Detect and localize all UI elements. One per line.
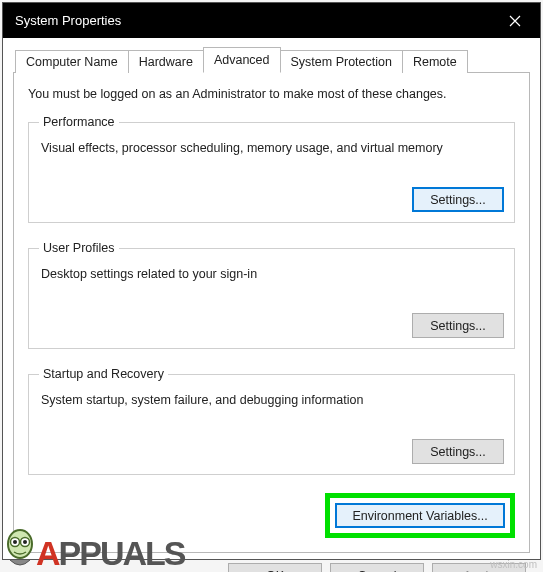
cancel-button[interactable]: Cancel [330,563,424,572]
tab-strip: Computer Name Hardware Advanced System P… [15,46,530,72]
advanced-pane: You must be logged on as an Administrato… [13,72,530,553]
performance-desc: Visual effects, processor scheduling, me… [41,141,504,155]
close-button[interactable] [490,3,540,38]
svg-point-3 [13,540,17,544]
performance-legend: Performance [39,115,119,129]
watermark: wsxin.com [490,559,537,570]
close-icon [509,15,521,27]
startup-recovery-legend: Startup and Recovery [39,367,168,381]
user-profiles-settings-button[interactable]: Settings... [412,313,504,338]
tab-remote[interactable]: Remote [402,50,468,73]
performance-group: Performance Visual effects, processor sc… [28,115,515,223]
tab-advanced[interactable]: Advanced [203,47,281,73]
svg-point-4 [23,540,27,544]
logo-rest: PPUALS [59,536,185,570]
environment-variables-button[interactable]: Environment Variables... [335,503,505,528]
system-properties-window: System Properties Computer Name Hardware… [2,2,541,560]
user-profiles-group: User Profiles Desktop settings related t… [28,241,515,349]
tab-system-protection[interactable]: System Protection [280,50,403,73]
tab-hardware[interactable]: Hardware [128,50,204,73]
env-vars-highlight: Environment Variables... [325,493,515,538]
client-area: Computer Name Hardware Advanced System P… [3,38,540,559]
tab-computer-name[interactable]: Computer Name [15,50,129,73]
ok-button[interactable]: OK [228,563,322,572]
startup-recovery-group: Startup and Recovery System startup, sys… [28,367,515,475]
user-profiles-desc: Desktop settings related to your sign-in [41,267,504,281]
startup-recovery-settings-button[interactable]: Settings... [412,439,504,464]
mascot-icon [0,526,40,570]
titlebar[interactable]: System Properties [3,3,540,38]
performance-settings-button[interactable]: Settings... [412,187,504,212]
user-profiles-legend: User Profiles [39,241,119,255]
admin-notice: You must be logged on as an Administrato… [28,87,515,101]
appuals-logo: APPUALS [0,526,184,570]
window-title: System Properties [15,13,490,28]
startup-recovery-desc: System startup, system failure, and debu… [41,393,504,407]
